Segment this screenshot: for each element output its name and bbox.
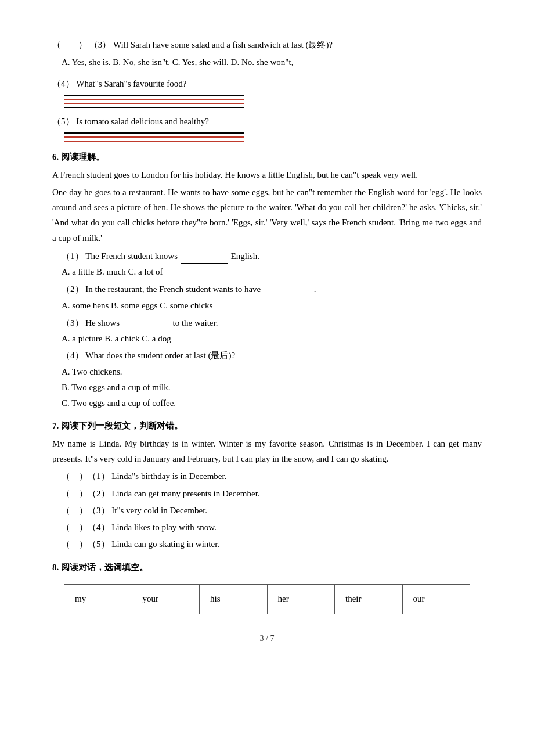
q5-answer-lines	[52, 132, 482, 142]
q5-line3	[64, 141, 244, 142]
q3-question: Will Sarah have some salad and a fish sa…	[113, 40, 333, 49]
page-number: 3 / 7	[52, 632, 482, 646]
s6-q3-after: to the waiter.	[173, 318, 218, 327]
s6-q1-options: A. a little B. much C. a lot of	[62, 264, 482, 279]
q4-line3	[64, 103, 244, 104]
section7-title: 7. 阅读下列一段短文，判断对错。	[52, 419, 482, 434]
section7-item: （ ）（1） Linda"s birthday is in December.	[62, 469, 482, 484]
section6-para2: One day he goes to a restaurant. He want…	[52, 185, 482, 246]
word-cell: your	[132, 585, 200, 614]
section7-para: My name is Linda. My birthday is in wint…	[52, 436, 482, 467]
q3-options: A. Yes, she is. B. No, she isn"t. C. Yes…	[62, 55, 482, 70]
q4-text: （4） What"s Sarah"s favourite food?	[52, 76, 482, 91]
s6-q3: （3） He shows to the waiter.	[62, 315, 482, 330]
s6-q4-text: What does the student order at last (最后)…	[85, 351, 235, 360]
word-table: myyourhishertheirour	[64, 584, 470, 614]
s6-q1-after: English.	[230, 251, 259, 261]
s6-q1-text: The French student knows	[85, 251, 178, 261]
s6-q2-options: A. some hens B. some eggs C. some chicks	[62, 298, 482, 313]
section7-item: （ ）（4） Linda likes to play with snow.	[62, 520, 482, 535]
word-table-row: myyourhishertheirour	[64, 585, 470, 614]
s6-q1-number: （1）	[62, 251, 84, 261]
s6-q3-number: （3）	[62, 318, 84, 327]
section7-item: （ ）（5） Linda can go skating in winter.	[62, 537, 482, 552]
s6-q2-number: （2）	[62, 285, 84, 294]
section6-title: 6. 阅读理解。	[52, 150, 482, 165]
word-cell: my	[64, 585, 132, 614]
q5-number: （5）	[52, 117, 74, 126]
word-cell: their	[335, 585, 403, 614]
q5-text: （5） Is tomato salad delicious and health…	[52, 114, 482, 129]
s6-q2: （2） In the restaurant, the French studen…	[62, 281, 482, 297]
q3-paren: （ ）	[52, 40, 87, 49]
section6-para1: A French student goes to London for his …	[52, 167, 482, 182]
section7-item: （ ）（3） It"s very cold in December.	[62, 503, 482, 518]
section7-item: （ ）（2） Linda can get many presents in De…	[62, 486, 482, 501]
s6-q3-text: He shows	[85, 318, 120, 327]
section7-items: （ ）（1） Linda"s birthday is in December.（…	[52, 469, 482, 552]
s6-q4-C: C. Two eggs and a cup of coffee.	[62, 395, 482, 411]
s6-q2-after: .	[314, 285, 316, 294]
q4-line4	[64, 107, 244, 108]
s6-q4-number: （4）	[62, 351, 84, 360]
section8-title: 8. 阅读对话，选词填空。	[52, 560, 482, 575]
s6-q1-blank	[181, 248, 228, 264]
s6-q4-A: A. Two chickens.	[62, 364, 482, 379]
q4-line2	[64, 99, 244, 100]
q4-number: （4）	[52, 79, 74, 88]
s6-q2-text: In the restaurant, the French student wa…	[85, 285, 261, 294]
q4-question: What"s Sarah"s favourite food?	[76, 79, 186, 88]
q4-line1	[64, 95, 244, 96]
q3-number: （3）	[89, 40, 111, 49]
s6-q4: （4） What does the student order at last …	[62, 348, 482, 363]
s6-q3-blank	[123, 315, 169, 330]
s6-q3-options: A. a picture B. a chick C. a dog	[62, 331, 482, 346]
q3-text: （ ） （3） Will Sarah have some salad and a…	[52, 37, 482, 52]
q5-question: Is tomato salad delicious and healthy?	[76, 117, 209, 126]
word-cell: her	[267, 585, 335, 614]
s6-q2-blank	[264, 281, 311, 297]
word-cell: our	[402, 585, 470, 614]
q5-line2	[64, 136, 244, 138]
q5-line1	[64, 132, 244, 134]
s6-q4-B: B. Two eggs and a cup of milk.	[62, 380, 482, 395]
q4-answer-lines	[52, 95, 482, 108]
s6-q1: （1） The French student knows English.	[62, 248, 482, 264]
word-cell: his	[200, 585, 268, 614]
